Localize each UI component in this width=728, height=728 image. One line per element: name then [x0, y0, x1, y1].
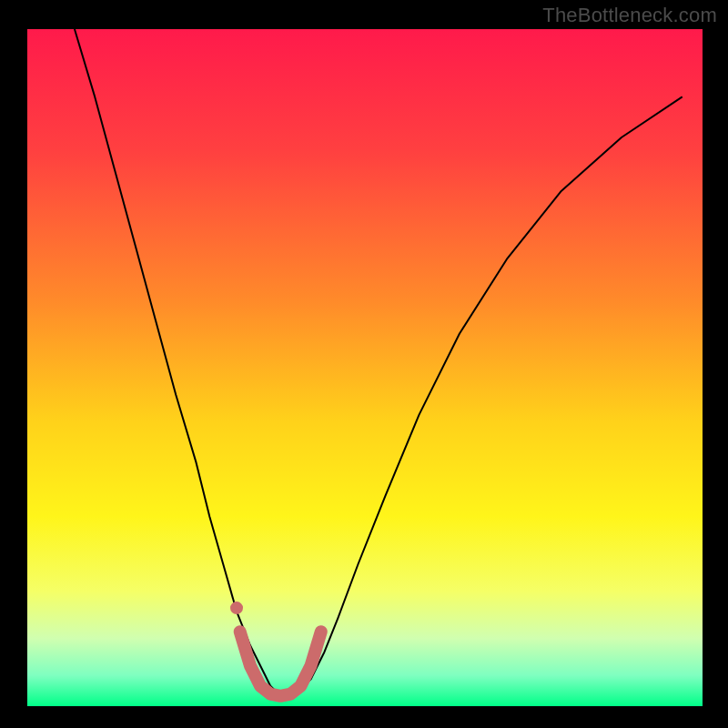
plot-background: [27, 29, 703, 706]
marker-layer: [230, 602, 243, 614]
bottleneck-chart: [0, 0, 728, 728]
watermark-text: TheBottleneck.com: [542, 4, 717, 27]
chart-frame: TheBottleneck.com: [0, 0, 728, 728]
sweet-spot-dot: [230, 602, 243, 614]
